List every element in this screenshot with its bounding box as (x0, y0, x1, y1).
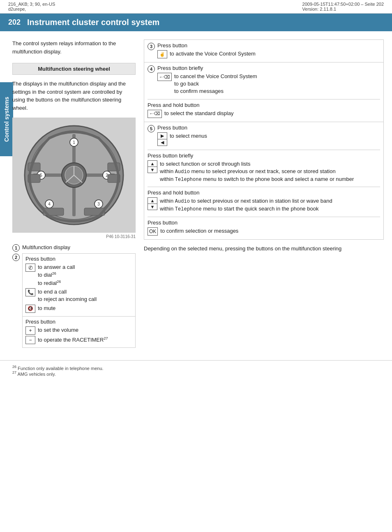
right-column: 3 Press button ✌ to activate the Voice C… (144, 39, 384, 348)
right-items-container: 3 Press button ✌ to activate the Voice C… (144, 39, 384, 240)
circle-3: 3 (148, 43, 155, 50)
rewind-icon: ◀ (158, 139, 167, 146)
svg-text:4: 4 (48, 202, 51, 206)
down-icon-1: ▼ (148, 167, 157, 173)
ri-3-press: Press button (157, 42, 380, 49)
ri-5-icon-row-2: ▲ ▼ to select function or scroll through… (148, 160, 380, 183)
ri-3-content: Press button ✌ to activate the Voice Con… (157, 42, 380, 60)
phone-text: to answer a callto dial26to redial26 (38, 264, 75, 287)
ri-5-text-1: to select menus (170, 132, 207, 140)
page-number: 202 (8, 18, 21, 27)
svg-text:1: 1 (73, 140, 75, 145)
ri-4-header: 4 Press button briefly ←⌫ to cancel the … (148, 65, 380, 97)
mute-icon: 🔇 (25, 305, 35, 313)
image-caption: P46 10-3116-31 (12, 234, 136, 239)
endcall-text: to end a callto reject an incoming call (38, 288, 97, 303)
up-down-icons-1: ▲ ▼ (148, 160, 157, 173)
ri-5-icon-row-1: ▶ ◀ to select menus (157, 132, 380, 146)
ri-4-icon-row-2: ←⌫ to select the standard display (148, 110, 380, 118)
steering-wheel-image: 1 2 3 4 5 (12, 118, 136, 233)
right-item-5: 5 Press button ▶ ◀ to select menus (144, 122, 383, 239)
plus-text: to set the volume (38, 326, 78, 334)
ri-5-hold-label: Press and hold button (148, 190, 380, 196)
circle-4: 4 (148, 65, 155, 73)
ri-5-text-2: to select function or scroll through lis… (160, 160, 354, 183)
up-icon-1: ▲ (148, 161, 157, 167)
plus-icon: + (25, 326, 35, 335)
item-2-mute-row: 🔇 to mute (25, 305, 132, 313)
section-heading: Multifunction steering wheel (12, 63, 136, 75)
left-column: The control system relays information to… (12, 39, 136, 348)
steering-wheel-svg: 1 2 3 4 5 (21, 122, 127, 229)
ri-5-content: Press button ▶ ◀ to select menus (157, 125, 380, 147)
ri-4-text-2: to select the standard display (164, 110, 233, 117)
ok-icon: OK (148, 227, 158, 236)
mute-text: to mute (38, 305, 55, 312)
ri-5-ok: Press button OK to confirm selection or … (148, 217, 380, 237)
item-2-plus-row: + to set the volume (25, 326, 132, 335)
circle-1: 1 (12, 244, 20, 252)
ri-5-icon-row-3: ▲ ▼ within Audio to select previous or n… (148, 197, 380, 213)
bottom-text: Depending on the selected menu, pressing… (144, 245, 384, 253)
item-2-press-label-2: Press button (25, 319, 132, 325)
ri-5-text-3: within Audio to select previous or next … (160, 197, 332, 213)
intro-text: The control system relays information to… (12, 39, 136, 56)
left-item-1: 1 Multifunction display (12, 244, 136, 252)
page-title: Instrument cluster control system (27, 18, 159, 27)
meta-bar: 216_AKB; 3; 90, en-USd2urepe, 2009-05-15… (0, 0, 392, 14)
back-icon-1: ←⌫ (157, 73, 172, 81)
ri-5-press: Press button (157, 125, 380, 131)
footnote-26: 26 Function only available in telephone … (12, 365, 380, 371)
minus-text: to operate the RACETIMER27 (38, 336, 108, 344)
item-2-block: Press button ✆ to answer a callto dial26… (22, 253, 136, 348)
item-2-phone-row: ✆ to answer a callto dial26to redial26 (25, 264, 132, 287)
up-icon-2: ▲ (148, 198, 157, 204)
item-1-label: Multifunction display (22, 244, 70, 250)
item-2-press-block-1: Press button ✆ to answer a callto dial26… (23, 254, 135, 316)
ri-4-icon-row-1: ←⌫ to cancel the Voice Control Systemto … (157, 73, 380, 95)
voice-icon: ✌ (157, 50, 167, 58)
meta-left: 216_AKB; 3; 90, en-USd2urepe, (8, 2, 55, 12)
ri-5-hold: Press and hold button ▲ ▼ within Audio t… (148, 187, 380, 214)
forward-icon: ▶ (158, 133, 167, 139)
svg-text:3: 3 (97, 202, 100, 206)
ri-5-text-4: to confirm selection or messages (160, 227, 238, 235)
content-wrapper: The control system relays information to… (0, 31, 392, 356)
item-2-minus-row: − to operate the RACETIMER27 (25, 336, 132, 344)
forward-back-icons: ▶ ◀ (157, 132, 167, 146)
left-item-2: 2 Press button ✆ to answer a callto dial… (12, 253, 136, 348)
ri-5-briefly: Press button briefly ▲ ▼ to select funct… (148, 150, 380, 185)
meta-right: 2009-05-15T11:47:50+02:00 – Seite 202Ver… (302, 2, 384, 12)
ri-4-press-briefly: Press button briefly (157, 65, 380, 71)
item-2-press-block-2: Press button + to set the volume − to op… (23, 317, 135, 347)
ri-4-content: Press button briefly ←⌫ to cancel the Vo… (157, 65, 380, 97)
end-call-icon: 📞 (25, 288, 35, 296)
ri-4-hold-label: Press and hold button (148, 102, 380, 108)
down-icon-2: ▼ (148, 204, 157, 210)
ri-5-header: 5 Press button ▶ ◀ to select menus (148, 125, 380, 147)
footnotes: 26 Function only available in telephone … (0, 360, 392, 381)
page-header: 202 Instrument cluster control system (0, 14, 392, 31)
circle-5: 5 (148, 125, 155, 132)
ri-5-ok-label: Press button (148, 220, 380, 226)
ri-5-briefly-label: Press button briefly (148, 153, 380, 159)
ri-4-text-1: to cancel the Voice Control Systemto go … (174, 73, 257, 95)
circle-2: 2 (12, 254, 20, 261)
ri-3-header: 3 Press button ✌ to activate the Voice C… (148, 42, 380, 60)
ri-4-hold: Press and hold button ←⌫ to select the s… (148, 99, 380, 119)
right-item-4: 4 Press button briefly ←⌫ to cancel the … (144, 62, 383, 122)
footnote-27: 27 AMG vehicles only. (12, 370, 380, 377)
sub-intro: The displays in the multifunction displa… (12, 80, 136, 112)
item-2-endcall-row: 📞 to end a callto reject an incoming cal… (25, 288, 132, 303)
ri-3-text: to activate the Voice Control System (170, 50, 256, 58)
back-icon-2: ←⌫ (148, 110, 162, 118)
svg-rect-3 (72, 183, 76, 216)
ri-3-icon-row: ✌ to activate the Voice Control System (157, 50, 380, 58)
right-item-3: 3 Press button ✌ to activate the Voice C… (144, 40, 383, 62)
up-down-icons-2: ▲ ▼ (148, 197, 157, 210)
phone-icon: ✆ (25, 264, 35, 272)
minus-icon: − (25, 336, 35, 344)
ri-5-icon-row-4: OK to confirm selection or messages (148, 227, 380, 236)
item-2-press-label-1: Press button (25, 256, 132, 262)
